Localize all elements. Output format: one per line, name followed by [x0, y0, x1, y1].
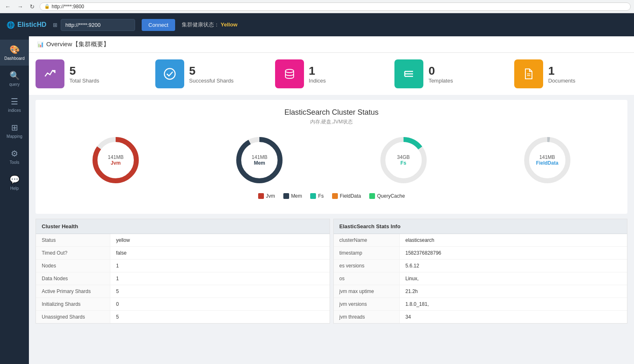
sidebar-label-help: Help: [10, 186, 19, 191]
legend-fs-label: Fs: [318, 193, 323, 199]
legend-fs-dot: [310, 193, 316, 199]
stat-card-total-shards: 5 Total Shards: [36, 59, 149, 88]
unassigned-key: Unassigned Shards: [36, 311, 110, 323]
timedout-value: false: [110, 247, 330, 259]
legend-jvm-label: Jvm: [266, 193, 275, 199]
templates-icon: [394, 59, 423, 88]
jvmversions-key: jvm versions: [334, 298, 400, 310]
mem-donut: 141MB Mem: [235, 135, 284, 185]
os-key: os: [334, 272, 400, 285]
datanodes-value: 1: [110, 272, 330, 285]
legend-fielddata-dot: [332, 193, 338, 199]
templates-label: Templates: [428, 78, 453, 84]
legend-fs: Fs: [310, 193, 323, 199]
query-icon: 🔍: [9, 71, 20, 80]
initializing-value: 0: [110, 298, 330, 310]
table-row: Status yellow: [36, 234, 330, 247]
table-row: Initializing Shards 0: [36, 298, 330, 311]
legend-jvm: Jvm: [258, 193, 275, 199]
fs-chart: 34GB Fs: [379, 135, 428, 185]
total-shards-number: 5: [69, 64, 99, 78]
mapping-icon: ⊞: [11, 123, 18, 132]
forward-button[interactable]: →: [16, 2, 25, 11]
documents-label: Documents: [548, 78, 575, 84]
sidebar-item-indices[interactable]: ☰ indices: [0, 92, 29, 118]
charts-row: 141MB Jvm 141MB Mem: [44, 135, 619, 185]
overview-chart-icon: 📊: [37, 41, 44, 47]
sidebar-label-mapping: Mapping: [7, 134, 22, 139]
clustername-value: elasticsearch: [400, 234, 627, 246]
fielddata-donut: 141MB FieldData: [522, 135, 572, 185]
browser-url-text: http://****:9800: [52, 4, 84, 9]
sidebar-label-query: query: [9, 82, 19, 87]
datanodes-key: Data Nodes: [36, 272, 110, 285]
sidebar: 🎨 Dashboard 🔍 query ☰ indices ⊞ Mapping …: [0, 36, 29, 364]
status-key: Status: [36, 234, 110, 246]
legend-mem-dot: [283, 193, 289, 199]
jvm-name: Jvm: [108, 160, 123, 166]
tables-row: Cluster Health Status yellow Timed Out? …: [36, 219, 627, 324]
browser-url-bar: 🔒 http://****:9800: [40, 2, 631, 11]
indices-label: Indices: [309, 78, 326, 84]
sidebar-item-dashboard[interactable]: 🎨 Dashboard: [0, 40, 29, 66]
reload-button[interactable]: ↻: [28, 2, 36, 11]
es-url-input[interactable]: [61, 19, 135, 31]
legend-mem: Mem: [283, 193, 302, 199]
legend-querycache: QueryCache: [369, 193, 405, 199]
esversions-key: es versions: [334, 260, 400, 272]
page-header: 📊 Overview【集群概要】: [29, 36, 634, 53]
mem-chart: 141MB Mem: [235, 135, 284, 185]
fielddata-value: 141MB: [536, 154, 558, 160]
app-header: 🌐 ElisticHD ⊞ Connect 集群健康状态： Yellow: [0, 13, 634, 36]
content-area: 📊 Overview【集群概要】 5 Total Shards: [29, 36, 634, 364]
total-shards-icon: [36, 59, 64, 88]
sidebar-item-help[interactable]: 💬 Help: [0, 170, 29, 196]
legend-row: Jvm Mem Fs FieldData QueryCache: [44, 193, 619, 199]
nodes-key: Nodes: [36, 260, 110, 272]
total-shards-label: Total Shards: [69, 78, 99, 84]
jvmthreads-key: jvm threads: [334, 311, 400, 323]
sidebar-label-indices: indices: [8, 108, 21, 113]
es-stats-table: ElasticSearch Stats Info clusterName ela…: [333, 219, 628, 324]
table-row: Nodes 1: [36, 260, 330, 272]
back-button[interactable]: ←: [3, 2, 12, 11]
fs-value: 34GB: [397, 154, 410, 160]
timestamp-value: 1582376828796: [400, 247, 627, 259]
initializing-key: Initializing Shards: [36, 298, 110, 310]
table-row: Active Primary Shards 5: [36, 285, 330, 298]
nodes-value: 1: [110, 260, 330, 272]
jvmuptime-value: 21.2h: [400, 285, 627, 298]
legend-fielddata: FieldData: [332, 193, 361, 199]
cluster-health-table: Cluster Health Status yellow Timed Out? …: [36, 219, 330, 324]
legend-querycache-dot: [369, 193, 375, 199]
documents-number: 1: [548, 64, 575, 78]
sidebar-item-query[interactable]: 🔍 query: [0, 66, 29, 92]
table-row: Unassigned Shards 5: [36, 311, 330, 323]
activeprimary-key: Active Primary Shards: [36, 285, 110, 298]
dashboard-icon: 🎨: [9, 45, 20, 54]
jvmversions-value: 1.8.0_181,: [400, 298, 627, 310]
logo-text: ElisticHD: [17, 21, 46, 28]
cluster-health-header: Cluster Health: [36, 219, 330, 234]
fs-donut: 34GB Fs: [379, 135, 428, 185]
timestamp-key: timestamp: [334, 247, 400, 259]
legend-jvm-dot: [258, 193, 264, 199]
table-row: os Linux,: [334, 272, 627, 285]
logo-icon: 🌐: [7, 21, 15, 29]
table-row: Timed Out? false: [36, 247, 330, 260]
sidebar-item-tools[interactable]: ⚙ Tools: [0, 144, 29, 170]
page-title: Overview【集群概要】: [46, 40, 109, 48]
sidebar-item-mapping[interactable]: ⊞ Mapping: [0, 118, 29, 144]
main-layout: 🎨 Dashboard 🔍 query ☰ indices ⊞ Mapping …: [0, 36, 634, 364]
jvmuptime-key: jvm max uptime: [334, 285, 400, 298]
documents-icon: [514, 59, 543, 88]
svg-point-1: [285, 69, 294, 73]
connect-button[interactable]: Connect: [142, 19, 175, 31]
table-row: es versions 5.6.12: [334, 260, 627, 272]
templates-number: 0: [428, 64, 453, 78]
es-stats-header: ElasticSearch Stats Info: [334, 219, 627, 234]
jvm-value: 141MB: [108, 154, 123, 160]
esversions-value: 5.6.12: [400, 260, 627, 272]
browser-bar: ← → ↻ 🔒 http://****:9800: [0, 0, 634, 13]
url-input-wrapper: ⊞: [53, 19, 135, 31]
